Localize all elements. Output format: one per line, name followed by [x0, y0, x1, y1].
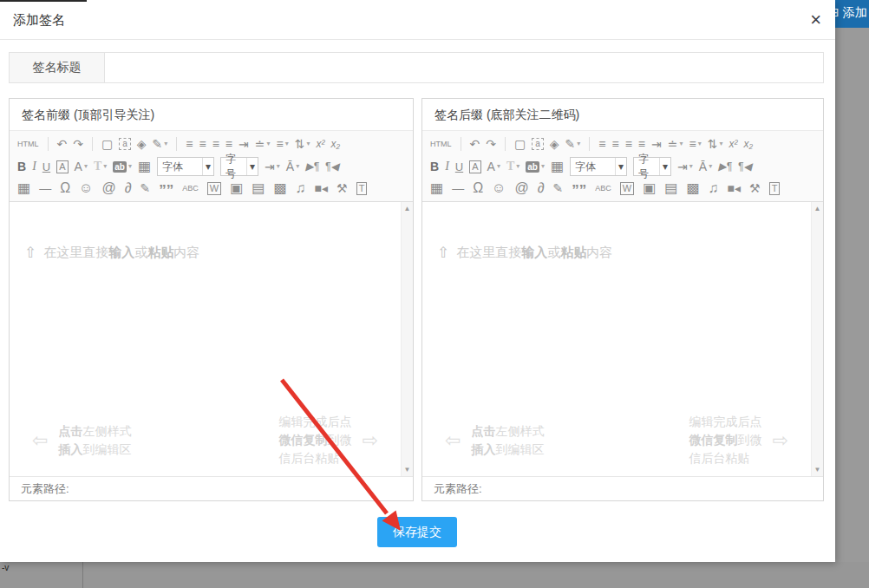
template-icon[interactable]: T [769, 182, 781, 195]
scroll-down-icon[interactable]: ▼ [402, 466, 413, 474]
row-spacing-icon[interactable]: ⇅▾ [295, 138, 310, 150]
scroll-up-icon[interactable]: ▲ [812, 205, 823, 212]
auto-typeset-icon[interactable]: a [119, 138, 131, 150]
clear-doc-icon[interactable]: ⚒ [749, 182, 761, 194]
highlight-icon[interactable]: ab▾ [526, 161, 545, 173]
special-character-icon[interactable]: Ω [473, 181, 483, 195]
italic-icon[interactable]: I [32, 160, 36, 173]
search-map-icon[interactable]: @ [101, 181, 115, 195]
underline-icon[interactable]: U [455, 161, 463, 173]
screenshot-icon[interactable]: ▩ [686, 181, 699, 195]
link-icon[interactable]: ∂ [538, 181, 545, 195]
blockquote-icon[interactable]: ”” [572, 181, 586, 195]
text-color-icon[interactable]: T▾ [94, 160, 107, 173]
undo-icon[interactable]: ↶ [57, 138, 68, 150]
insert-image-icon[interactable]: ▣ [643, 181, 656, 195]
paragraph-space-icon[interactable]: ≐▾ [668, 138, 683, 150]
font-size-select[interactable]: 字号▾ [220, 157, 258, 176]
editor-scrollbar[interactable]: ▲ ▼ [401, 202, 413, 476]
font-border-icon[interactable]: A [469, 160, 480, 173]
insert-table-icon[interactable]: ▦ [17, 181, 30, 195]
paste-word-image-icon[interactable]: W [207, 182, 221, 195]
signature-title-input[interactable] [105, 53, 823, 82]
video-icon[interactable]: ■◂ [315, 182, 328, 194]
link-icon[interactable]: ∂ [125, 181, 132, 195]
video-icon[interactable]: ■◂ [728, 182, 741, 194]
rtl-paragraph-icon[interactable]: ¶◀ [325, 161, 339, 172]
first-line-indent-icon[interactable]: ⇥▾ [677, 160, 693, 173]
scrawl-icon[interactable]: ✎ [553, 182, 564, 194]
emotion-icon[interactable]: ☺ [79, 181, 93, 195]
bold-icon[interactable]: B [17, 160, 26, 173]
redo-icon[interactable]: ↷ [486, 138, 496, 150]
add-button-fragment[interactable]: ⊞ 添加 [835, 5, 867, 21]
font-family-select[interactable]: 字体▾ [157, 157, 214, 176]
subscript-icon[interactable]: x₂ [330, 139, 340, 149]
format-brush-icon[interactable]: ✎▾ [153, 138, 168, 150]
ltr-paragraph-icon[interactable]: ▶¶ [718, 161, 732, 172]
align-left-icon[interactable]: ≡ [186, 138, 193, 150]
font-border-icon[interactable]: A [56, 160, 68, 173]
scroll-up-icon[interactable]: ▲ [402, 205, 413, 212]
eraser-icon[interactable]: ◈ [137, 138, 147, 150]
source-code-icon[interactable]: HTML [430, 140, 452, 148]
music-icon[interactable]: ♫ [709, 181, 719, 195]
align-justify-icon[interactable]: ≡ [638, 138, 645, 150]
superscript-icon[interactable]: x² [729, 139, 737, 149]
search-map-icon[interactable]: @ [514, 181, 528, 195]
picture-frame-icon[interactable]: ▦ [551, 160, 564, 173]
rtl-paragraph-icon[interactable]: ¶◀ [738, 161, 752, 172]
insert-image-icon[interactable]: ▣ [230, 181, 243, 195]
new-document-icon[interactable]: ▢ [514, 138, 526, 150]
scroll-down-icon[interactable]: ▼ [812, 466, 823, 474]
insert-table-icon[interactable]: ▦ [430, 181, 443, 195]
clear-doc-icon[interactable]: ⚒ [336, 182, 348, 194]
indent-icon[interactable]: ⇥ [238, 138, 249, 150]
new-document-icon[interactable]: ▢ [101, 138, 113, 150]
save-submit-button[interactable]: 保存提交 [377, 517, 457, 547]
format-brush-icon[interactable]: ✎▾ [565, 138, 581, 150]
picture-frame-icon[interactable]: ▦ [138, 160, 151, 173]
special-character-icon[interactable]: Ω [60, 181, 70, 195]
paste-word-image-icon[interactable]: W [620, 182, 634, 195]
blockquote-icon[interactable]: ”” [159, 181, 173, 195]
align-left-icon[interactable]: ≡ [598, 138, 605, 150]
align-justify-icon[interactable]: ≡ [225, 138, 232, 150]
underline-icon[interactable]: U [42, 161, 50, 173]
line-spacing-icon[interactable]: ≡▾ [689, 138, 701, 150]
multi-image-icon[interactable]: ▤ [252, 181, 265, 195]
multi-image-icon[interactable]: ▤ [664, 181, 677, 195]
font-color-icon[interactable]: A▾ [75, 160, 88, 173]
font-size-select[interactable]: 字号▾ [633, 157, 671, 176]
ltr-paragraph-icon[interactable]: ▶¶ [305, 161, 319, 172]
align-center-icon[interactable]: ≡ [611, 138, 618, 150]
music-icon[interactable]: ♫ [296, 181, 306, 195]
paragraph-space-icon[interactable]: ≐▾ [255, 138, 271, 150]
letter-spacing-icon[interactable]: Ā▾ [286, 160, 299, 173]
emotion-icon[interactable]: ☺ [492, 181, 506, 195]
undo-icon[interactable]: ↶ [470, 138, 480, 150]
letter-spacing-icon[interactable]: Ā▾ [699, 160, 712, 173]
editor-scrollbar[interactable]: ▲ ▼ [811, 202, 823, 476]
line-spacing-icon[interactable]: ≡▾ [276, 138, 288, 150]
font-family-select[interactable]: 字体▾ [570, 157, 627, 176]
highlight-icon[interactable]: ab▾ [113, 161, 132, 173]
text-color-icon[interactable]: T▾ [506, 160, 519, 173]
align-right-icon[interactable]: ≡ [625, 138, 632, 150]
auto-typeset-icon[interactable]: a [532, 138, 544, 150]
template-icon[interactable]: T [356, 182, 368, 195]
spellcheck-icon[interactable]: ABC [182, 185, 199, 193]
font-color-icon[interactable]: A▾ [487, 160, 500, 173]
horizontal-rule-icon[interactable]: — [39, 182, 51, 194]
indent-icon[interactable]: ⇥ [651, 138, 662, 150]
eraser-icon[interactable]: ◈ [550, 138, 559, 150]
superscript-icon[interactable]: x² [316, 139, 324, 149]
redo-icon[interactable]: ↷ [73, 138, 83, 150]
editor-content-area[interactable]: ⇧ 在这里直接输入或粘贴内容 ⇦ 点击左侧样式插入到编辑区 编辑完成后点微信复制… [10, 202, 413, 476]
horizontal-rule-icon[interactable]: — [452, 182, 464, 194]
row-spacing-icon[interactable]: ⇅▾ [708, 138, 723, 150]
screenshot-icon[interactable]: ▩ [273, 181, 286, 195]
spellcheck-icon[interactable]: ABC [595, 185, 611, 193]
close-icon[interactable]: × [810, 8, 821, 32]
bold-icon[interactable]: B [430, 160, 439, 173]
